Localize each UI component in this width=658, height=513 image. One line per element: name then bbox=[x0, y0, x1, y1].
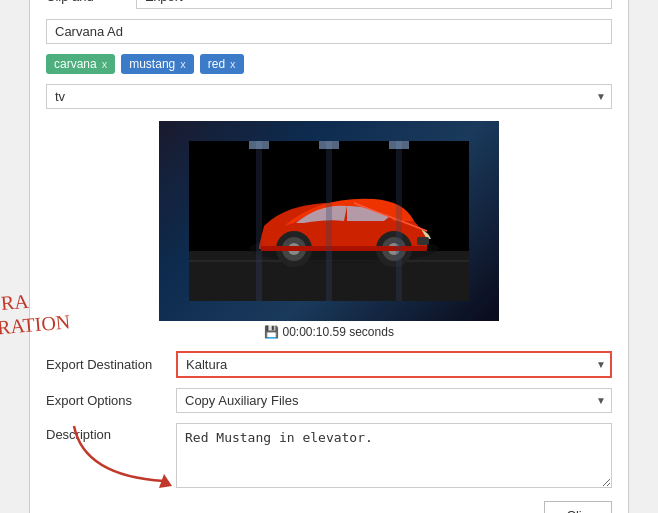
car-image bbox=[189, 141, 469, 301]
form-section: KALTURA INTEGRATION bbox=[46, 121, 612, 514]
export-options-select[interactable]: Copy Auxiliary Files bbox=[176, 388, 612, 413]
channel-select-wrapper: tv ▼ bbox=[46, 84, 612, 109]
export-destination-label: Export Destination bbox=[46, 357, 176, 372]
description-row: Description Red Mustang in elevator. bbox=[46, 423, 612, 491]
svg-rect-11 bbox=[417, 237, 429, 245]
tag-carvana-label: carvana bbox=[54, 57, 97, 71]
description-label: Description bbox=[46, 423, 176, 442]
clip-mode-select[interactable]: Export bbox=[136, 0, 612, 9]
tag-red: red x bbox=[200, 54, 244, 74]
svg-rect-19 bbox=[389, 141, 409, 149]
export-destination-select[interactable]: Kaltura bbox=[176, 351, 612, 378]
clip-mode-row: Clip and Export ▼ bbox=[46, 0, 612, 9]
clip-export-dialog: Clip and Export ▼ carvana x mustang x re… bbox=[29, 0, 629, 513]
description-textarea[interactable]: Red Mustang in elevator. bbox=[176, 423, 612, 488]
tag-carvana-remove[interactable]: x bbox=[102, 58, 108, 70]
clip-mode-select-wrapper: Export ▼ bbox=[136, 0, 612, 9]
clip-button[interactable]: Clip bbox=[544, 501, 612, 514]
video-container: 💾 00:00:10.59 seconds bbox=[46, 121, 612, 339]
svg-rect-18 bbox=[319, 141, 339, 149]
tag-mustang-label: mustang bbox=[129, 57, 175, 71]
export-options-row: Export Options Copy Auxiliary Files ▼ bbox=[46, 388, 612, 413]
tag-red-remove[interactable]: x bbox=[230, 58, 236, 70]
export-destination-select-wrapper: Kaltura ▼ bbox=[176, 351, 612, 378]
channel-row: tv ▼ bbox=[46, 84, 612, 109]
tag-carvana: carvana x bbox=[46, 54, 115, 74]
svg-rect-17 bbox=[249, 141, 269, 149]
description-input-wrapper: Red Mustang in elevator. bbox=[176, 423, 612, 491]
video-duration: 💾 00:00:10.59 seconds bbox=[264, 325, 394, 339]
buttons-row: Clip bbox=[46, 501, 612, 514]
export-options-select-wrapper: Copy Auxiliary Files ▼ bbox=[176, 388, 612, 413]
svg-rect-13 bbox=[261, 246, 427, 251]
clip-name-input[interactable] bbox=[46, 19, 612, 44]
clip-name-row bbox=[46, 19, 612, 44]
video-thumbnail bbox=[159, 121, 499, 321]
export-options-label: Export Options bbox=[46, 393, 176, 408]
tag-mustang-remove[interactable]: x bbox=[180, 58, 186, 70]
clip-and-label: Clip and bbox=[46, 0, 136, 4]
channel-select[interactable]: tv bbox=[46, 84, 612, 109]
export-destination-row: Export Destination Kaltura ▼ bbox=[46, 351, 612, 378]
tag-mustang: mustang x bbox=[121, 54, 194, 74]
tags-row: carvana x mustang x red x bbox=[46, 54, 612, 74]
save-icon: 💾 bbox=[264, 325, 279, 339]
tag-red-label: red bbox=[208, 57, 225, 71]
